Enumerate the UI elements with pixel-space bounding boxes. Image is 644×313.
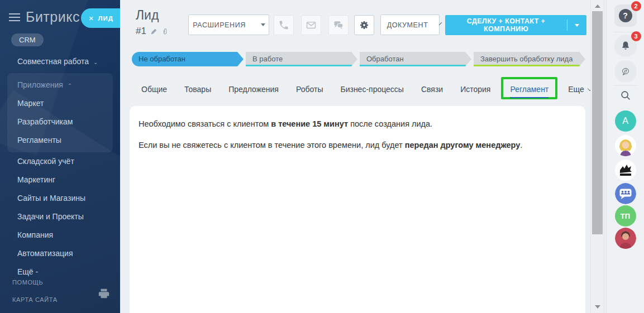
close-icon[interactable]: × [89,13,94,23]
right-rail: ? 2 3 А [606,0,644,313]
stage-finish-processing[interactable]: Завершить обработку лида [474,52,585,66]
lead-chip-label: ЛИД [98,15,113,22]
messenger-button[interactable] [614,60,637,83]
scroll-down-arrow[interactable] [595,305,600,309]
printer-icon[interactable] [98,287,110,302]
extensions-button[interactable]: РАСШИРЕНИЯ [188,15,269,35]
tab-products[interactable]: Товары [184,85,211,94]
tab-general[interactable]: Общие [141,85,167,94]
scroll-up-arrow[interactable] [595,4,600,8]
document-button[interactable]: ДОКУМЕНТ [380,15,440,35]
chevron-down-icon [439,22,442,26]
sidebar-item-automation[interactable]: Автоматизация [0,244,120,263]
create-deal-contact-company-button[interactable]: СДЕЛКУ + КОНТАКТ + КОМПАНИЮ [445,15,586,35]
sidebar-item-market[interactable]: Маркет [7,94,113,113]
chat-button[interactable] [328,15,349,35]
lead-tab-chip[interactable]: × ЛИД [81,8,120,28]
scrollbar-thumb[interactable] [592,11,603,234]
tab-history[interactable]: История [460,85,490,94]
question-mark-icon: ? [619,9,632,22]
sidebar-item-collaboration[interactable]: Совместная работа ⌄ [0,52,120,71]
sidebar-item-company[interactable]: Компания [0,226,120,244]
chat-bubble-icon [619,65,632,78]
caret-down-icon [261,23,265,26]
help-badge: 2 [631,1,641,11]
entity-id: #1 [136,26,146,37]
sitemap-link[interactable]: КАРТА САЙТА [12,296,58,303]
avatar-cartoon-woman[interactable] [615,135,636,156]
rail-divider [613,85,638,86]
stage-in-progress[interactable]: В работе [246,52,357,66]
main-area: Лид #1 РАСШИРЕНИЯ [120,0,606,313]
stage-processed[interactable]: Обработан [360,52,471,66]
caret-down-icon [575,24,579,27]
sidebar-item-crm[interactable]: CRM [11,33,44,46]
brand-logo: Битрикс [26,9,80,25]
tab-connections[interactable]: Связи [421,85,443,94]
sidebar-item-sites[interactable]: Сайты и Магазины [0,189,120,208]
create-dropdown-caret[interactable] [567,24,586,27]
left-sidebar: Битрикс 24 × ЛИД CRM Совместная работа ⌄… [0,0,120,313]
bell-icon [620,40,631,51]
sidebar-item-regulations[interactable]: Регламенты [7,131,113,150]
search-button[interactable] [619,89,632,104]
settings-gear-icon[interactable] [354,15,374,35]
notifications-badge: 3 [631,31,641,41]
notifications-button[interactable]: 3 [614,35,637,57]
help-link[interactable]: ПОМОЩЬ [12,279,58,286]
chevron-up-icon: ⌃ [68,83,72,89]
search-icon [619,89,632,102]
sidebar-item-tasks[interactable]: Задачи и Проекты [0,208,120,226]
tab-more[interactable]: Еще [568,85,591,94]
tab-quotes[interactable]: Предложения [228,85,279,94]
email-button[interactable] [301,15,321,35]
avatar-photo-woman[interactable] [615,228,636,249]
chevron-down-icon: ⌄ [93,59,98,65]
avatar-group-chat[interactable] [615,183,636,204]
page-title: Лид [136,8,169,23]
regulation-paragraph-2: Если вы не свяжетесь с клиентом в течени… [139,139,572,151]
hamburger-menu-icon[interactable] [9,11,20,23]
vertical-scrollbar[interactable] [590,0,604,313]
sidebar-item-apps[interactable]: Приложения ⌃ [7,76,113,94]
avatar-user-a[interactable]: А [615,110,636,132]
apps-submenu: Приложения ⌃ Маркет Разработчикам Реглам… [7,73,113,152]
help-button[interactable]: ? 2 [614,4,637,27]
stage-not-processed[interactable]: Не обработан [132,52,244,66]
sidebar-item-inventory[interactable]: Складской учёт [0,152,120,171]
call-button[interactable] [274,15,294,35]
regulations-content-card: Необходимо связаться с клиентом в течени… [130,106,585,313]
edit-pencil-icon[interactable] [150,28,158,35]
avatar-logo[interactable] [615,160,636,181]
tab-robots[interactable]: Роботы [296,85,323,94]
lead-stage-pipeline: Не обработан В работе Обработан Завершит… [132,52,585,66]
tab-regulations[interactable]: Регламент [510,85,548,98]
annotation-highlight-box: Регламент [501,77,557,99]
regulation-paragraph-1: Необходимо связаться с клиентом в течени… [139,118,572,130]
sidebar-item-marketing[interactable]: Маркетинг [0,171,120,189]
extensions-dropdown-caret[interactable] [254,23,273,26]
tab-business-processes[interactable]: Бизнес-процессы [340,85,403,94]
sidebar-item-developers[interactable]: Разработчикам [7,113,113,131]
detail-tabs: Общие Товары Предложения Роботы Бизнес-п… [120,77,589,102]
paperclip-icon[interactable] [161,28,169,35]
avatar-user-tp[interactable]: ТП [615,205,636,227]
